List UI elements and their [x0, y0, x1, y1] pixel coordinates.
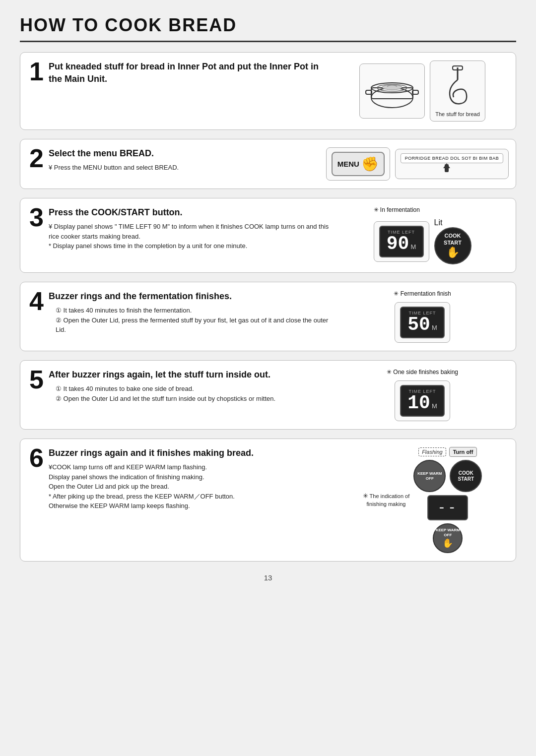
time-num-3: 90 — [387, 233, 409, 254]
svg-point-6 — [382, 85, 402, 90]
step-4-note-2: Open the Outer Lid, press the fermented … — [56, 315, 330, 335]
svg-marker-10 — [443, 163, 450, 168]
step-2-heading: Select the menu BREAD. — [49, 147, 320, 160]
cook-start-btn-6: COOKSTART — [450, 460, 482, 492]
keep-warm-bottom-btn-6: KEEP WARMOFF ✋ — [433, 523, 463, 553]
menu-label: MENU — [337, 160, 359, 168]
step-4-number: 4 — [29, 288, 44, 314]
menu-panel-diagram: PORRIDGE BREAD DOL SOT BI BIM BAB — [395, 149, 509, 179]
step-1-block: 1 Put kneaded stuff for bread in Inner P… — [20, 52, 516, 130]
keep-warm-btn-6: KEEP WARMOFF — [413, 460, 446, 492]
cook-btn-wrapper-3: Lit COOKSTART ✋ — [434, 218, 471, 264]
page-number: 13 — [20, 573, 516, 582]
step-5-note-1: It takes 40 minutes to bake one side of … — [56, 384, 330, 394]
step-2-subtext: ¥ Press the MENU button and select BREAD… — [49, 163, 320, 173]
fermentation-label-3: In fermentation — [374, 206, 420, 213]
step-5-block: 5 After buzzer rings again, let the stuf… — [20, 360, 516, 430]
step-3-subtext-yen: ¥ Display panel shows " TIME LEFT 90 M" … — [49, 222, 330, 241]
pot-diagram — [359, 63, 425, 119]
step-3-subtext-star: * Display panel shows time in the comple… — [49, 241, 330, 251]
step-3-block: 3 Press the COOK/START button. ¥ Display… — [20, 198, 516, 273]
step-4-block: 4 Buzzer rings and the fermentation fini… — [20, 282, 516, 351]
display-dashes-6: -- — [427, 495, 468, 520]
cook-start-btn-3: COOKSTART ✋ — [434, 227, 471, 264]
step-6-heading: Buzzer rings again and it finishes makin… — [49, 447, 330, 459]
step-5-note-2: Open the Outer Lid and let the stuff tur… — [56, 394, 330, 404]
lcd-display-5: TIME LEFT 10 M — [395, 380, 450, 421]
lit-label: Lit — [434, 218, 443, 227]
step-5-number: 5 — [29, 367, 44, 392]
time-num-5: 10 — [407, 392, 430, 414]
cook-start-hand-3: ✋ — [446, 246, 460, 259]
step-4-note-1: It takes 40 minutes to finish the fermen… — [56, 306, 330, 315]
page-title: HOW TO COOK BREAD — [20, 15, 516, 42]
side-label-5: One side finishes baking — [387, 369, 458, 376]
time-m-5: M — [432, 402, 437, 410]
step-4-notes: It takes 40 minutes to finish the fermen… — [49, 306, 330, 335]
stuff-label: The stuff for bread — [435, 111, 480, 117]
step-2-block: 2 Select the menu BREAD. ¥ Press the MEN… — [20, 139, 516, 189]
step-6-subtext: ¥COOK lamp turns off and KEEP WARM lamp … — [49, 462, 330, 511]
step-6-block: 6 Buzzer rings again and it finishes mak… — [20, 439, 516, 562]
lcd-display-3: TIME LEFT 90 M — [374, 221, 429, 262]
step-4-heading: Buzzer rings and the fermentation finish… — [49, 290, 330, 303]
hook-diagram: The stuff for bread — [430, 61, 485, 122]
cook-start-text-3: COOKSTART — [444, 233, 462, 246]
keep-warm-hand-6: ✋ — [442, 538, 453, 549]
step-5-notes: It takes 40 minutes to bake one side of … — [49, 384, 330, 403]
menu-button-diagram: MENU ✊ — [326, 147, 390, 181]
time-m-4: M — [432, 324, 437, 331]
finish-label-6: ✳ The indication offinishing making — [363, 492, 410, 508]
fermentation-label-4: Fermentation finish — [394, 290, 451, 297]
step-5-heading: After buzzer rings again, let the stuff … — [49, 369, 330, 381]
step-2-number: 2 — [29, 145, 44, 171]
step-1-number: 1 — [29, 59, 44, 84]
menu-hand-icon: ✊ — [361, 156, 379, 172]
turn-off-label-6: Turn off — [449, 447, 477, 457]
flashing-label-6: Flashing — [418, 447, 446, 456]
step-3-number: 3 — [29, 204, 44, 230]
step-1-heading: Put kneaded stuff for bread in Inner Pot… — [49, 61, 330, 85]
lcd-display-4: TIME LEFT 50 M — [395, 302, 450, 343]
time-num-4: 50 — [407, 314, 430, 335]
step-3-heading: Press the COOK/START button. — [49, 206, 330, 219]
menu-panel-text: PORRIDGE BREAD DOL SOT BI BIM BAB — [401, 153, 504, 163]
svg-point-0 — [371, 88, 413, 108]
time-m-3: M — [410, 243, 416, 251]
step-6-number: 6 — [29, 445, 44, 471]
